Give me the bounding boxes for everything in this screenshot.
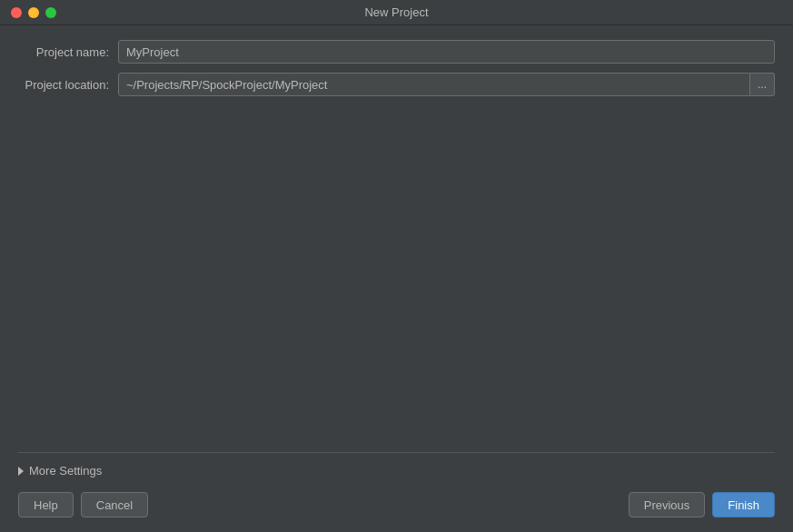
- bottom-bar: Help Cancel Previous Finish: [18, 488, 775, 517]
- project-name-row: Project name:: [18, 40, 775, 64]
- help-button[interactable]: Help: [18, 492, 74, 517]
- project-location-input[interactable]: [118, 73, 750, 96]
- window-controls: [11, 7, 56, 18]
- project-name-label: Project name:: [18, 45, 118, 59]
- window-title: New Project: [364, 5, 428, 19]
- bottom-left-buttons: Help Cancel: [18, 492, 148, 517]
- cancel-button[interactable]: Cancel: [81, 492, 148, 517]
- spacer: [18, 105, 775, 452]
- project-location-label: Project location:: [18, 78, 118, 92]
- location-input-group: ...: [118, 73, 775, 96]
- more-settings-label: More Settings: [29, 464, 102, 478]
- maximize-button[interactable]: [45, 7, 56, 18]
- more-settings-arrow-icon: [18, 467, 24, 476]
- separator: [18, 452, 775, 453]
- dialog-content: Project name: Project location: ... More…: [0, 25, 793, 532]
- project-name-input[interactable]: [118, 40, 775, 64]
- project-location-row: Project location: ...: [18, 73, 775, 96]
- title-bar: New Project: [0, 0, 793, 25]
- more-settings[interactable]: More Settings: [18, 464, 775, 478]
- minimize-button[interactable]: [28, 7, 39, 18]
- close-button[interactable]: [11, 7, 22, 18]
- bottom-right-buttons: Previous Finish: [629, 492, 775, 517]
- previous-button[interactable]: Previous: [629, 492, 706, 517]
- finish-button[interactable]: Finish: [712, 492, 775, 517]
- browse-button[interactable]: ...: [750, 73, 775, 96]
